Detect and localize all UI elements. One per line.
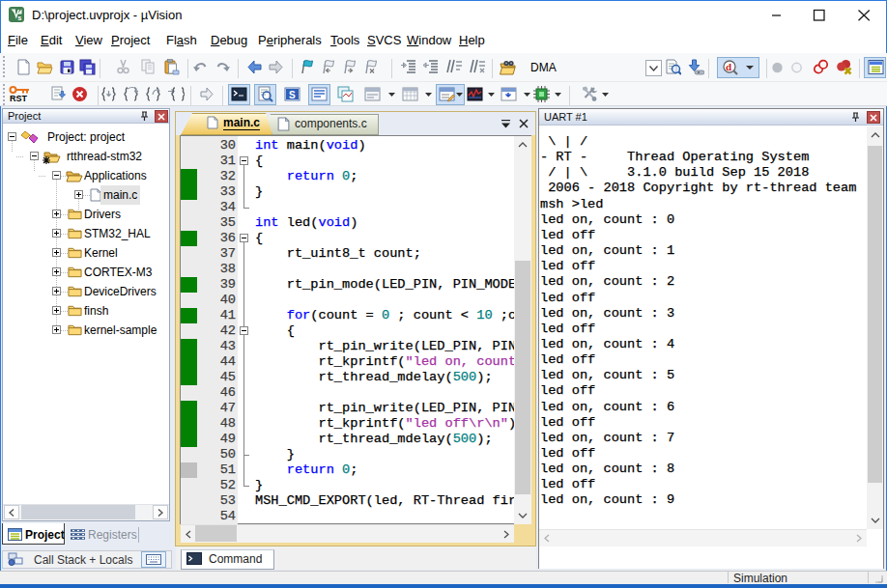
svg-text:S: S [289, 90, 296, 100]
svg-text:d: d [726, 61, 731, 72]
svg-text:s: s [17, 14, 21, 22]
